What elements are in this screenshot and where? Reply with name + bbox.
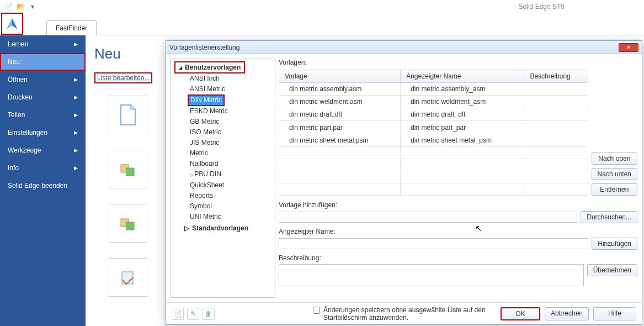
svg-rect-5: [126, 222, 134, 230]
tree-item[interactable]: Nailboard: [188, 159, 275, 169]
sidebar-item-label: Solid Edge beenden: [8, 182, 67, 190]
ribbon-tab-fastfinder[interactable]: FastFinder: [46, 20, 97, 35]
dialog-title: Vorlagenlistenerstellung: [169, 44, 239, 51]
tree-item[interactable]: DIN Metric: [188, 94, 225, 106]
tree-item[interactable]: ESKD Metric: [188, 106, 275, 117]
expand-icon: ▷: [184, 224, 189, 232]
template-tile-part[interactable]: [109, 204, 147, 243]
table-row-empty: [279, 159, 588, 171]
template-tile-assembly[interactable]: [109, 150, 147, 188]
help-button[interactable]: Hilfe: [593, 307, 636, 320]
tree-root-user[interactable]: ◢Benutzervorlagen: [174, 61, 245, 73]
save-without-apply-checkbox[interactable]: Änderungen speichern ohne ausgewählte Li…: [313, 306, 496, 322]
sidebar-item-label: Teilen: [8, 111, 25, 119]
close-button[interactable]: ✕: [619, 43, 638, 52]
sidebar-item-label: Werkzeuge: [8, 146, 41, 154]
ribbon-header-row: FastFinder: [0, 13, 644, 35]
chevron-right-icon: ▶: [74, 148, 78, 153]
template-tree[interactable]: ◢Benutzervorlagen ANSI InchANSI MetricDI…: [171, 59, 275, 298]
browse-button[interactable]: Durchsuchen...: [581, 211, 637, 223]
remove-button[interactable]: Entfernen: [592, 183, 637, 196]
display-name-label: Angezeigter Name:: [279, 228, 637, 235]
sidebar-item-beenden[interactable]: Solid Edge beenden: [0, 177, 86, 194]
tree-item[interactable]: ISO Metric: [188, 127, 275, 138]
template-list-dialog: Vorlagenlistenerstellung ✕ ◢Benutzervorl…: [166, 40, 642, 325]
description-label: Beschreibung:: [279, 254, 637, 262]
sidebar-item-neu[interactable]: Neu: [0, 53, 86, 71]
svg-marker-1: [7, 18, 12, 29]
quick-access-toolbar: 📄 📂 ▾ Solid Edge ST9: [0, 0, 644, 13]
checkbox-input[interactable]: [313, 307, 320, 314]
table-row[interactable]: din metric assembly.asmdin metric assemb…: [279, 83, 588, 96]
sidebar-item-label: Einstellungen: [8, 129, 47, 136]
sidebar-item-label: Info: [8, 164, 19, 172]
tree-item[interactable]: PBU DIN: [188, 169, 275, 180]
col-header-angezeigter-name[interactable]: Angezeigter Name: [401, 70, 524, 83]
checkbox-label: Änderungen speichern ohne ausgewählte Li…: [323, 306, 496, 322]
sidebar-item-oeffnen[interactable]: Öffnen▶: [0, 71, 86, 88]
sidebar-item-teilen[interactable]: Teilen▶: [0, 106, 86, 124]
templates-table[interactable]: Vorlage Angezeigter Name Beschreibung di…: [279, 70, 588, 196]
delete-list-icon[interactable]: 🗑: [203, 308, 215, 320]
sidebar-item-label: Öffnen: [8, 76, 28, 83]
new-list-icon[interactable]: 📄: [172, 308, 184, 320]
open-file-icon[interactable]: 📂: [16, 2, 25, 11]
table-row-empty: [279, 146, 588, 159]
tree-item[interactable]: QuickSheet: [188, 180, 275, 191]
move-down-button[interactable]: Nach unten: [592, 168, 637, 180]
add-template-label: Vorlage hinzufügen:: [279, 201, 637, 209]
cancel-button[interactable]: Abbrechen: [545, 307, 589, 320]
sidebar-item-lernen[interactable]: Lernen▶: [0, 35, 86, 53]
templates-label: Vorlagen:: [279, 59, 637, 66]
chevron-right-icon: ▶: [74, 112, 78, 118]
table-row-empty: [279, 171, 588, 183]
app-logo[interactable]: [1, 13, 23, 35]
tree-item[interactable]: UNI Metric: [188, 212, 275, 222]
tree-item[interactable]: Reports: [188, 191, 275, 201]
tree-item[interactable]: ANSI Metric: [188, 84, 275, 94]
sidebar-item-drucken[interactable]: Drucken▶: [0, 88, 86, 106]
table-row[interactable]: din metric part.pardin metric part_par: [279, 121, 588, 134]
new-file-icon[interactable]: 📄: [4, 2, 13, 11]
chevron-right-icon: ▶: [74, 77, 78, 82]
tree-root-label: Benutzervorlagen: [185, 64, 241, 71]
qat-dropdown-icon[interactable]: ▾: [28, 2, 37, 11]
sidebar-item-label: Drucken: [8, 93, 33, 101]
sidebar-item-label: Neu: [8, 58, 20, 66]
tree-root-standard[interactable]: ▷Standardvorlagen: [181, 223, 275, 233]
chevron-right-icon: ▶: [74, 130, 78, 135]
add-button[interactable]: Hinzufügen: [592, 238, 637, 250]
table-row-empty: [279, 183, 588, 195]
tree-item[interactable]: Symbol: [188, 201, 275, 212]
ok-button[interactable]: OK: [501, 307, 540, 320]
dialog-titlebar[interactable]: Vorlagenlistenerstellung ✕: [166, 41, 642, 54]
tree-item[interactable]: GB Metric: [188, 117, 275, 127]
sidebar-item-info[interactable]: Info▶: [0, 159, 86, 177]
tree-item[interactable]: ANSI Inch: [188, 73, 275, 84]
col-header-beschreibung[interactable]: Beschreibung: [524, 70, 588, 83]
svg-rect-3: [126, 168, 134, 176]
display-name-input[interactable]: [279, 238, 588, 249]
sidebar-item-label: Lernen: [8, 40, 28, 48]
sidebar-item-werkzeuge[interactable]: Werkzeuge▶: [0, 141, 86, 159]
tree-item[interactable]: Metric: [188, 148, 275, 159]
template-tile-document[interactable]: [109, 96, 147, 134]
edit-list-link[interactable]: Liste bearbeiten...: [94, 72, 152, 83]
sidebar-item-einstellungen[interactable]: Einstellungen▶: [0, 124, 86, 141]
apply-button[interactable]: Übernehmen: [587, 264, 637, 276]
description-input[interactable]: [279, 264, 584, 286]
tree-item[interactable]: JIS Metric: [188, 138, 275, 148]
collapse-icon: ◢: [179, 65, 182, 70]
app-title: Solid Edge ST9: [519, 3, 565, 10]
table-row[interactable]: din metric sheet metal.psmdin metric she…: [279, 134, 588, 146]
backstage-sidebar: Lernen▶ Neu Öffnen▶ Drucken▶ Teilen▶ Ein…: [0, 35, 86, 326]
chevron-right-icon: ▶: [74, 165, 78, 171]
add-template-input[interactable]: [279, 212, 577, 223]
col-header-vorlage[interactable]: Vorlage: [279, 70, 401, 83]
template-tile-sheetmetal[interactable]: [109, 258, 147, 297]
table-row[interactable]: din metric weldment.asmdin metric weldme…: [279, 96, 588, 108]
table-row[interactable]: din metric draft.dftdin metric draft_dft: [279, 108, 588, 121]
chevron-right-icon: ▶: [74, 41, 78, 47]
edit-list-icon[interactable]: ✎: [187, 308, 199, 320]
move-up-button[interactable]: Nach oben: [592, 153, 637, 165]
